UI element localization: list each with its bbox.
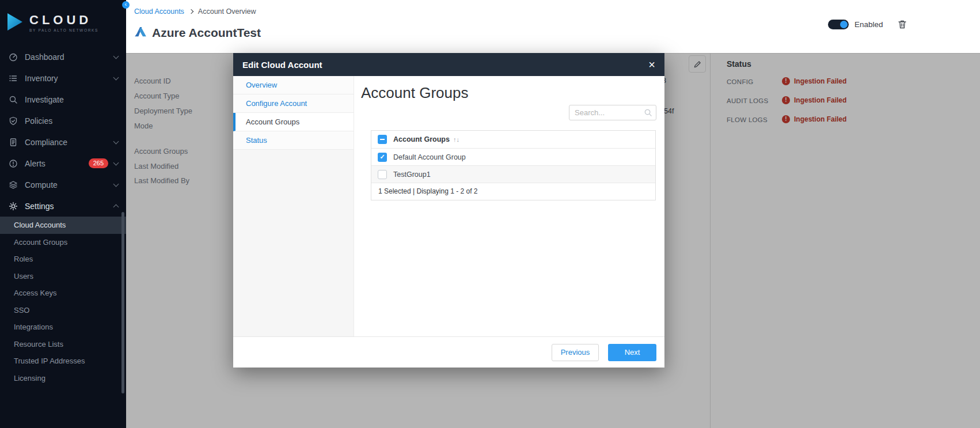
- settings-gear-icon: [8, 201, 18, 211]
- sidebar-item-resource-lists[interactable]: Resource Lists: [0, 336, 126, 353]
- sidebar-item-cloud-accounts[interactable]: Cloud Accounts: [0, 217, 126, 234]
- breadcrumb-current: Account Overview: [198, 7, 256, 16]
- previous-button[interactable]: Previous: [552, 344, 599, 361]
- azure-icon: [134, 25, 147, 40]
- sidebar-item-access-keys[interactable]: Access Keys: [0, 285, 126, 302]
- breadcrumb: Cloud Accounts Account Overview: [134, 7, 256, 16]
- search-box: [569, 105, 656, 120]
- sidebar-item-alerts[interactable]: Alerts 265: [0, 153, 126, 174]
- inventory-icon: [8, 73, 18, 83]
- enabled-toggle[interactable]: [828, 20, 849, 29]
- search-icon: [644, 108, 652, 119]
- delete-account-button[interactable]: [897, 19, 907, 29]
- sidebar-item-compute[interactable]: Compute: [0, 174, 126, 195]
- modal-nav: Overview Configure Account Account Group…: [233, 76, 354, 336]
- table-header-row: Account Groups ↑↓: [371, 131, 655, 148]
- logo-title: CLOUD: [29, 14, 98, 26]
- table-row: Default Account Group: [371, 148, 655, 165]
- sidebar-item-policies[interactable]: Policies: [0, 110, 126, 131]
- select-all-checkbox[interactable]: [378, 135, 387, 144]
- modal-title: Edit Cloud Account: [242, 60, 322, 70]
- logo-subtitle: BY PALO ALTO NETWORKS: [29, 28, 98, 32]
- chevron-down-icon: [113, 53, 119, 59]
- compliance-icon: [8, 137, 18, 147]
- modal-tab-account-groups[interactable]: Account Groups: [233, 113, 354, 131]
- toggle-knob: [840, 21, 848, 28]
- modal-header: Edit Cloud Account ×: [233, 53, 664, 76]
- sidebar-item-settings[interactable]: Settings: [0, 195, 126, 217]
- sort-icon[interactable]: ↑↓: [453, 136, 459, 143]
- modal-content: Account Groups Account Groups ↑↓ Defau: [354, 76, 664, 336]
- sidebar-item-investigate[interactable]: Investigate: [0, 89, 126, 110]
- modal-tab-status[interactable]: Status: [233, 131, 354, 150]
- table-row: TestGroup1: [371, 165, 655, 183]
- logo-text: CLOUD BY PALO ALTO NETWORKS: [29, 14, 98, 32]
- sidebar-scrollbar[interactable]: [121, 212, 124, 393]
- modal-tab-overview[interactable]: Overview: [233, 76, 354, 94]
- sidebar-item-licensing[interactable]: Licensing: [0, 370, 126, 387]
- sidebar-item-account-groups[interactable]: Account Groups: [0, 234, 126, 251]
- page-title: Azure AccountTest: [152, 26, 261, 40]
- sidebar-item-users[interactable]: Users: [0, 268, 126, 285]
- next-button[interactable]: Next: [608, 344, 656, 361]
- edit-cloud-account-modal: Edit Cloud Account × Overview Configure …: [233, 53, 664, 368]
- chevron-down-icon: [113, 74, 119, 80]
- policies-icon: [8, 116, 18, 126]
- breadcrumb-cloud-accounts-link[interactable]: Cloud Accounts: [134, 7, 184, 16]
- row-checkbox-unchecked[interactable]: [378, 170, 387, 179]
- chevron-down-icon: [113, 138, 119, 144]
- alerts-count-badge: 265: [89, 158, 108, 168]
- sidebar-item-sso[interactable]: SSO: [0, 302, 126, 319]
- sidebar-item-roles[interactable]: Roles: [0, 251, 126, 268]
- prisma-cloud-logo-icon: [6, 12, 24, 34]
- sidebar-item-inventory[interactable]: Inventory: [0, 67, 126, 89]
- account-groups-table: Account Groups ↑↓ Default Account Group …: [371, 130, 656, 200]
- toggle-label: Enabled: [854, 20, 883, 29]
- breadcrumb-chevron-icon: [189, 9, 193, 14]
- sidebar-item-integrations[interactable]: Integrations: [0, 319, 126, 336]
- app-logo: CLOUD BY PALO ALTO NETWORKS: [0, 0, 126, 46]
- sidebar-item-trusted-ip-addresses[interactable]: Trusted IP Addresses: [0, 353, 126, 370]
- chevron-down-icon: [113, 181, 119, 187]
- dashboard-icon: [8, 52, 18, 62]
- sidebar-item-dashboard[interactable]: Dashboard: [0, 46, 126, 67]
- chevron-up-icon: [113, 204, 119, 210]
- page-title-row: Azure AccountTest: [134, 25, 261, 40]
- sidebar-item-compliance[interactable]: Compliance: [0, 131, 126, 153]
- sidebar-collapse-button[interactable]: ‹: [122, 1, 130, 9]
- modal-footer: Previous Next: [233, 336, 664, 368]
- table-footer-summary: 1 Selected | Displaying 1 - 2 of 2: [371, 183, 655, 200]
- modal-body: Overview Configure Account Account Group…: [233, 76, 664, 336]
- account-group-name: Default Account Group: [393, 153, 466, 161]
- investigate-icon: [8, 94, 18, 104]
- sidebar: CLOUD BY PALO ALTO NETWORKS Dashboard In…: [0, 0, 126, 428]
- chevron-down-icon: [113, 160, 119, 165]
- compute-icon: [8, 180, 18, 190]
- header-controls: Enabled: [828, 19, 907, 29]
- column-header-account-groups[interactable]: Account Groups: [393, 135, 450, 143]
- account-group-name: TestGroup1: [393, 171, 431, 179]
- alerts-icon: [8, 158, 18, 168]
- modal-tab-configure-account[interactable]: Configure Account: [233, 94, 354, 113]
- close-icon[interactable]: ×: [648, 59, 655, 70]
- row-checkbox-checked[interactable]: [378, 153, 387, 162]
- modal-section-heading: Account Groups: [361, 84, 468, 102]
